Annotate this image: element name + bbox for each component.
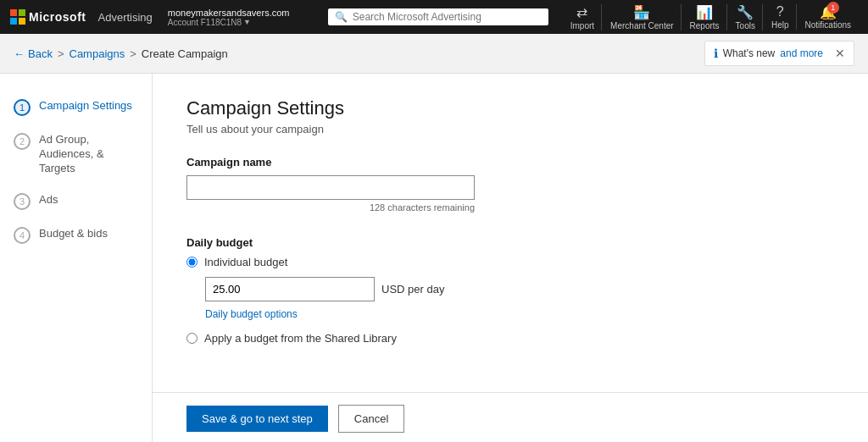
step-circle-1: 1 (14, 99, 31, 116)
step-circle-4: 4 (14, 227, 31, 244)
daily-budget-label: Daily budget (186, 236, 834, 249)
shared-library-label: Apply a budget from the Shared Library (204, 332, 397, 345)
breadcrumb-separator-2: > (130, 47, 136, 60)
search-bar[interactable]: 🔍 (328, 8, 548, 25)
back-button[interactable]: ← Back (14, 47, 53, 60)
content-area: Campaign Settings Tell us about your cam… (153, 74, 868, 392)
cancel-button[interactable]: Cancel (338, 405, 404, 433)
page-subtitle: Tell us about your campaign (186, 123, 834, 135)
microsoft-logo: Microsoft (10, 9, 86, 25)
nav-actions: ⇄ Import 🏪 Merchant Center 📊 Reports 🔧 T… (564, 4, 858, 30)
page-title: Campaign Settings (186, 97, 834, 119)
reports-icon: 📊 (696, 4, 713, 20)
notifications-button[interactable]: 🔔 1 Notifications (798, 4, 858, 30)
sidebar-step-1[interactable]: 1 Campaign Settings (0, 91, 152, 124)
import-icon: ⇄ (576, 4, 587, 20)
save-next-button[interactable]: Save & go to next step (186, 406, 328, 432)
daily-budget-section: Daily budget Individual budget USD per d… (186, 236, 834, 345)
step-label-2: Ad Group, Audiences, & Targets (39, 133, 138, 176)
daily-budget-options-link[interactable]: Daily budget options (205, 308, 834, 320)
shared-library-radio[interactable] (186, 333, 198, 344)
budget-unit: USD per day (381, 283, 444, 296)
whats-new-text: What's new (723, 47, 776, 59)
chars-remaining: 128 characters remaining (186, 202, 475, 213)
brand-name: Advertising (98, 11, 153, 24)
merchant-center-icon: 🏪 (633, 4, 650, 20)
breadcrumb-campaigns[interactable]: Campaigns (70, 47, 125, 60)
campaign-name-label: Campaign name (186, 156, 834, 169)
step-label-3: Ads (39, 193, 58, 207)
campaign-name-section: Campaign name 128 characters remaining (186, 156, 834, 213)
tools-icon: 🔧 (737, 4, 754, 20)
step-label-1: Campaign Settings (39, 99, 132, 113)
merchant-center-button[interactable]: 🏪 Merchant Center (604, 4, 681, 30)
breadcrumb: ← Back > Campaigns > Create Campaign (14, 47, 228, 60)
individual-budget-radio[interactable] (186, 257, 198, 268)
and-more-link[interactable]: and more (780, 47, 823, 59)
tools-button[interactable]: 🔧 Tools (729, 4, 763, 30)
close-button[interactable]: ✕ (835, 47, 845, 60)
sidebar-step-4[interactable]: 4 Budget & bids (0, 218, 152, 252)
help-icon: ? (776, 4, 784, 19)
import-button[interactable]: ⇄ Import (564, 4, 602, 30)
step-label-4: Budget & bids (39, 227, 108, 241)
search-icon: 🔍 (335, 11, 348, 23)
shared-library-option[interactable]: Apply a budget from the Shared Library (186, 332, 834, 345)
back-arrow-icon: ← (14, 47, 25, 60)
step-circle-3: 3 (14, 193, 31, 210)
breadcrumb-current: Create Campaign (142, 47, 228, 60)
notification-wrap: 🔔 1 (820, 4, 837, 20)
footer-actions: Save & go to next step Cancel (153, 392, 868, 442)
whats-new-box: ℹ What's new and more ✕ (704, 41, 854, 66)
microsoft-text: Microsoft (29, 10, 86, 24)
account-name: moneymakersandsavers.com (168, 8, 290, 18)
info-icon: ℹ (714, 47, 718, 60)
help-button[interactable]: ? Help (765, 4, 797, 30)
search-input[interactable] (353, 11, 542, 23)
budget-amount-row: USD per day (205, 277, 834, 301)
main-layout: 1 Campaign Settings 2 Ad Group, Audience… (0, 74, 868, 442)
sidebar-step-3[interactable]: 3 Ads (0, 185, 152, 218)
top-nav: Microsoft Advertising moneymakersandsave… (0, 0, 868, 34)
notification-badge: 1 (827, 2, 839, 14)
breadcrumb-separator: > (58, 47, 64, 60)
chevron-down-icon: ▼ (243, 18, 251, 26)
breadcrumb-bar: ← Back > Campaigns > Create Campaign ℹ W… (0, 34, 868, 74)
budget-input[interactable] (205, 277, 375, 301)
individual-budget-label: Individual budget (204, 256, 287, 268)
campaign-name-input[interactable] (186, 175, 475, 200)
individual-budget-option[interactable]: Individual budget (186, 256, 834, 268)
sidebar: 1 Campaign Settings 2 Ad Group, Audience… (0, 74, 153, 442)
sidebar-step-2[interactable]: 2 Ad Group, Audiences, & Targets (0, 124, 152, 185)
step-circle-2: 2 (14, 133, 31, 150)
reports-button[interactable]: 📊 Reports (683, 4, 727, 30)
account-id: Account F118C1N8 ▼ (168, 18, 290, 27)
account-info[interactable]: moneymakersandsavers.com Account F118C1N… (168, 8, 290, 27)
